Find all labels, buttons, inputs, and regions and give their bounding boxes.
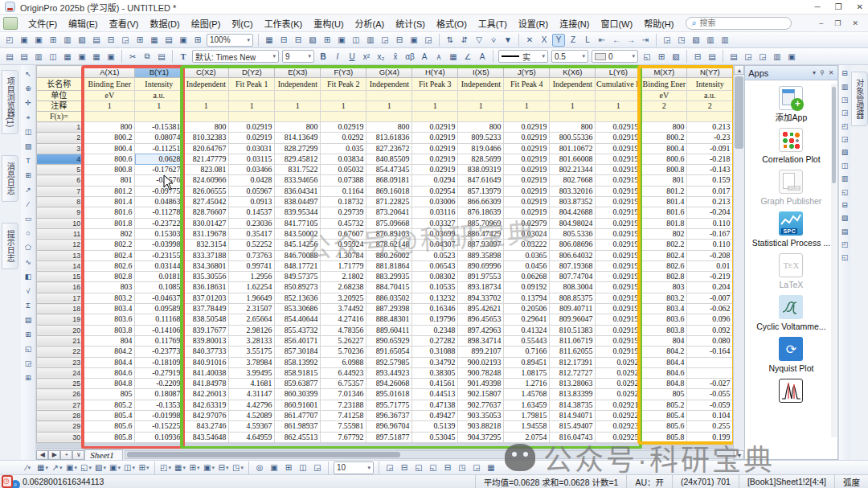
cell-r5c6[interactable]: 0.05032 — [321, 165, 366, 175]
cell-r1c3[interactable]: 800 — [183, 122, 229, 133]
cell-r29c7[interactable]: 896.96704 — [366, 421, 412, 432]
search-box[interactable]: ⌕ — [686, 17, 792, 30]
new-workbook-icon[interactable]: ▣ — [18, 34, 31, 47]
cell-r10c14[interactable]: 0.110 — [687, 218, 733, 228]
unit-cell-9[interactable] — [458, 91, 504, 101]
close-icon[interactable]: ✕ — [857, 2, 863, 11]
line-style-combo[interactable]: 实▾ — [498, 50, 548, 63]
image-tool-icon[interactable]: ◱ — [80, 461, 92, 474]
right-tab-1[interactable]: 对象管理器 — [851, 72, 868, 126]
scroll-up-icon[interactable]: ▲ — [734, 65, 744, 75]
status-au-toggle[interactable]: AU：开 — [626, 475, 672, 488]
comment-cell-1[interactable]: 1 — [84, 101, 135, 112]
new-matrix-window-icon[interactable]: ▣ — [203, 461, 215, 474]
cell-r6c3[interactable]: 824.60966 — [183, 175, 229, 186]
gradient-tool-icon[interactable]: ▣ — [108, 461, 121, 474]
cell-r4c13[interactable]: 800.6 — [641, 154, 687, 164]
border-icon[interactable]: ▦ — [447, 50, 460, 63]
cell-r15c3[interactable]: 835.30556 — [183, 272, 229, 282]
zoom-combo[interactable]: 100%▾ — [207, 34, 253, 47]
cell-r2c2[interactable]: 0.08074 — [135, 133, 183, 143]
cell-r2c10[interactable]: 0.02919 — [504, 133, 550, 143]
cell-r22c1[interactable]: 804.2 — [84, 347, 135, 357]
cell-r4c7[interactable]: 840.85509 — [366, 154, 412, 164]
cell-r12c14[interactable]: 0.110 — [687, 240, 733, 250]
print-preview-icon[interactable]: ⊞ — [191, 34, 204, 47]
col-header-I(X5)[interactable]: I(X5) — [458, 66, 504, 78]
cell-r12c3[interactable]: 832.3154 — [183, 240, 229, 250]
cell-r8c11[interactable]: 803.87352 — [550, 197, 596, 207]
fx-cell-3[interactable] — [183, 112, 229, 122]
cell-r4c14[interactable]: -0.218 — [687, 154, 733, 164]
cell-r10c8[interactable]: 0.03327 — [412, 218, 458, 228]
cell-r18c8[interactable]: 0.16346 — [412, 304, 458, 314]
cell-r27c13[interactable]: 805.2 — [641, 400, 687, 410]
cell-r7c13[interactable]: 801.2 — [641, 186, 687, 196]
cell-r6c14[interactable]: 0.159 — [687, 175, 733, 186]
cell-r9c7[interactable]: 873.20641 — [366, 207, 412, 218]
long-name-cell-7[interactable]: Independent — [366, 78, 412, 91]
cell-r30c9[interactable]: 904.37295 — [458, 432, 504, 442]
cell-r28c11[interactable]: 814.94071 — [550, 411, 596, 421]
cell-r26c10[interactable]: 1.45768 — [504, 389, 550, 400]
cell-r8c12[interactable]: 0.02919 — [596, 197, 641, 207]
cell-r13c2[interactable]: -0.23155 — [135, 250, 183, 260]
cell-r28c10[interactable]: 1.79815 — [504, 411, 550, 421]
add-app-icon[interactable]: + — [779, 86, 803, 110]
command-window-icon[interactable]: ⊞ — [321, 34, 334, 47]
font-color-icon[interactable]: A — [476, 50, 489, 63]
cell-r4c12[interactable]: 0.02919 — [596, 154, 641, 164]
cell-r3c6[interactable]: 0.035 — [321, 143, 366, 154]
align-left-icon[interactable]: ◲ — [383, 461, 396, 474]
align-vertical-icon[interactable]: ◱ — [412, 461, 425, 474]
cell-r15c2[interactable]: 0.0181 — [135, 272, 183, 282]
unit-cell-2[interactable]: a.u. — [135, 91, 183, 101]
cell-r3c12[interactable]: 0.02919 — [596, 143, 641, 154]
cell-r23c5[interactable]: 858.13992 — [275, 357, 321, 367]
row-number-23[interactable]: 23 — [37, 357, 84, 367]
cell-r29c11[interactable]: 815.49407 — [550, 421, 596, 432]
cell-r26c3[interactable]: 842.26013 — [183, 389, 229, 400]
fx-cell-2[interactable] — [135, 112, 183, 122]
cell-r21c1[interactable]: 804 — [84, 335, 135, 346]
col-header-H(Y4)[interactable]: H(Y4) — [412, 66, 458, 78]
cell-r5c8[interactable]: 0.02919 — [412, 165, 458, 175]
distribute-icon[interactable]: ⊟ — [441, 461, 454, 474]
line-width-combo[interactable]: 0.5▾ — [551, 50, 588, 63]
set-label-icon[interactable]: L — [581, 34, 594, 47]
menu-item-4[interactable]: 数据(D) — [144, 15, 185, 31]
cell-r23c13[interactable]: 804.4 — [641, 357, 687, 367]
move-right-icon[interactable]: → — [624, 34, 637, 47]
pointer-icon[interactable]: ↖ — [22, 68, 34, 80]
cell-r12c8[interactable]: 0.04307 — [412, 240, 458, 250]
cell-r23c1[interactable]: 804.4 — [84, 357, 135, 367]
cell-r3c11[interactable]: 801.10672 — [550, 143, 596, 154]
stats-tool-icon[interactable]: Σ — [22, 300, 34, 312]
unmerge-cells-icon[interactable]: ◲ — [742, 50, 755, 63]
cell-r22c7[interactable]: 891.65054 — [366, 347, 412, 357]
fx-cell-10[interactable] — [504, 112, 550, 122]
cell-r18c13[interactable]: 803.4 — [641, 304, 687, 314]
cell-r5c1[interactable]: 800.8 — [84, 165, 135, 175]
cell-r6c6[interactable]: 0.07388 — [321, 175, 366, 186]
fx-cell-12[interactable] — [596, 112, 641, 122]
cell-r30c7[interactable]: 897.51877 — [366, 432, 412, 442]
add-column-icon[interactable]: ▤ — [18, 50, 31, 63]
ungroup-objects-icon[interactable]: ◫ — [297, 461, 309, 474]
cell-r3c10[interactable]: 0.02919 — [504, 143, 550, 154]
recalculate-icon[interactable]: ▣ — [104, 50, 117, 63]
cell-r13c4[interactable]: 0.73763 — [229, 250, 275, 260]
cell-r14c7[interactable]: 881.81864 — [366, 260, 412, 271]
cell-r12c6[interactable]: 0.95924 — [321, 240, 366, 250]
lock-icon[interactable]: ▣ — [785, 50, 798, 63]
copy-page-icon[interactable]: ▦ — [263, 34, 276, 47]
fx-cell-1[interactable] — [84, 112, 135, 122]
cell-r23c9[interactable]: 900.02193 — [458, 357, 504, 367]
cell-r1c6[interactable]: 0.02919 — [321, 122, 366, 133]
cell-r8c8[interactable]: 0.03006 — [412, 197, 458, 207]
cell-r30c5[interactable]: 862.45513 — [275, 432, 321, 442]
cell-r24c11[interactable]: 812.72727 — [550, 367, 596, 378]
cell-r26c5[interactable]: 860.30399 — [275, 389, 321, 400]
cell-r13c13[interactable]: 802.4 — [641, 250, 687, 260]
new-table-icon[interactable]: ⊟ — [217, 461, 230, 474]
